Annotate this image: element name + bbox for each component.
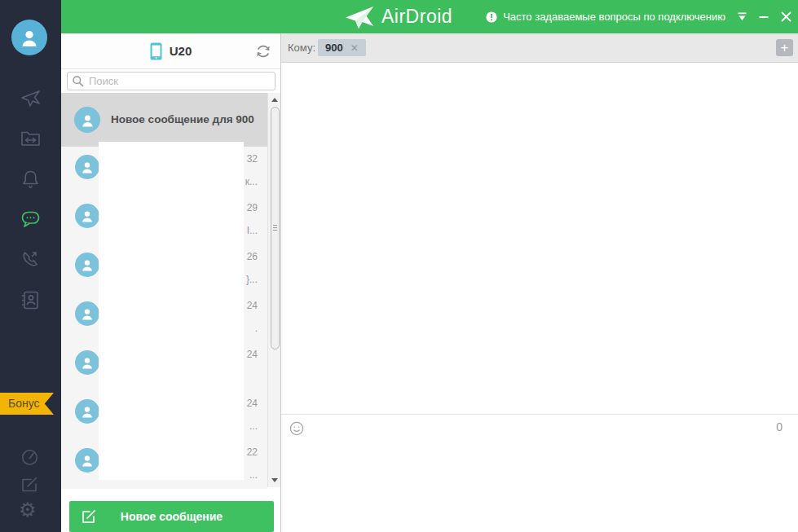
bonus-ribbon[interactable]: Бонус (0, 393, 54, 415)
avatar (74, 107, 100, 133)
emoji-icon[interactable] (289, 421, 304, 436)
avatar (75, 350, 99, 375)
search-input[interactable] (67, 72, 276, 90)
conversation-preview: . (255, 323, 258, 334)
close-button[interactable] (780, 11, 791, 23)
sidebar: Бонус ⚙ (0, 0, 61, 532)
user-avatar[interactable] (11, 20, 47, 55)
conversation-time: 29 (247, 202, 258, 213)
avatar (75, 155, 99, 179)
contacts-book-icon[interactable] (20, 289, 42, 311)
list-item-label: Новое сообщение для 900 (111, 93, 254, 147)
conversation-preview: к... (245, 176, 258, 187)
conversation-preview: ... (249, 420, 258, 432)
avatar (75, 253, 99, 277)
title-bar: AirDroid Часто задаваемые вопросы по под… (61, 0, 798, 33)
conversation-list: Новое сообщение для 900 32 к... 29 I... (61, 93, 280, 491)
new-message-button-label: Новое сообщение (121, 510, 223, 523)
file-transfer-folder-icon[interactable] (20, 128, 42, 150)
char-counter: 0 (776, 420, 783, 433)
device-name: U20 (170, 44, 192, 58)
airdroid-window: Бонус ⚙ AirDroid (0, 0, 798, 532)
conversation-preview: ... (249, 469, 258, 481)
messages-chat-icon[interactable] (20, 208, 42, 230)
redacted-content-area (99, 142, 244, 480)
minimize-button[interactable] (758, 11, 769, 23)
list-item-new-message[interactable]: Новое сообщение для 900 (61, 93, 267, 147)
compass-icon[interactable] (20, 447, 40, 468)
scroll-up-arrow[interactable] (268, 94, 280, 106)
recipient-number: 900 (325, 42, 343, 54)
avatar (75, 399, 99, 424)
feedback-compose-icon[interactable] (20, 474, 40, 495)
add-recipient-button[interactable]: + (776, 39, 793, 56)
conversation-time: 24 (247, 398, 258, 409)
conversation-time: 22 (247, 446, 258, 458)
compose-area: 0 (281, 414, 798, 531)
collapse-to-tray-button[interactable] (736, 11, 747, 23)
conversation-preview: }... (246, 274, 258, 285)
list-scrollbar[interactable] (267, 93, 280, 487)
faq-link-text: Часто задаваемые вопросы по подключению (503, 11, 725, 23)
conversation-panel: Кому: 900 ✕ + 0 (281, 33, 798, 532)
conversation-time: 32 (247, 153, 258, 165)
refresh-icon[interactable] (256, 44, 271, 59)
calls-phone-icon[interactable] (20, 248, 42, 270)
scroll-down-arrow[interactable] (268, 474, 280, 486)
conversation-time: 24 (247, 349, 258, 360)
conversation-time: 24 (247, 300, 258, 311)
conversation-time: 26 (247, 251, 258, 262)
device-panel: U20 Новое сообщение (61, 33, 281, 532)
paper-plane-logo-icon (344, 5, 375, 29)
faq-link[interactable]: Часто задаваемые вопросы по подключению (486, 11, 725, 23)
notifications-bell-icon[interactable] (20, 168, 42, 190)
avatar (75, 448, 99, 473)
conversation-preview: I... (247, 225, 258, 236)
recipient-bar: Кому: 900 ✕ + (281, 33, 798, 63)
person-icon (19, 27, 40, 48)
device-header: U20 (61, 33, 280, 69)
compose-icon (81, 508, 97, 525)
message-input[interactable] (284, 441, 793, 527)
avatar (75, 204, 99, 228)
phone-device-icon (150, 42, 162, 60)
remove-recipient-icon[interactable]: ✕ (351, 43, 359, 53)
transfer-plane-icon[interactable] (20, 87, 42, 109)
airdroid-logo: AirDroid (344, 0, 452, 33)
recipient-tag[interactable]: 900 ✕ (318, 39, 366, 56)
search-area (61, 69, 280, 93)
avatar (75, 301, 99, 326)
to-label: Кому: (288, 33, 315, 63)
brand-name: AirDroid (381, 6, 452, 28)
scrollbar-thumb[interactable] (271, 107, 280, 350)
settings-gear-icon[interactable]: ⚙ (19, 500, 37, 520)
info-icon (486, 11, 497, 23)
message-history (281, 63, 798, 414)
new-message-button[interactable]: Новое сообщение (69, 501, 274, 532)
